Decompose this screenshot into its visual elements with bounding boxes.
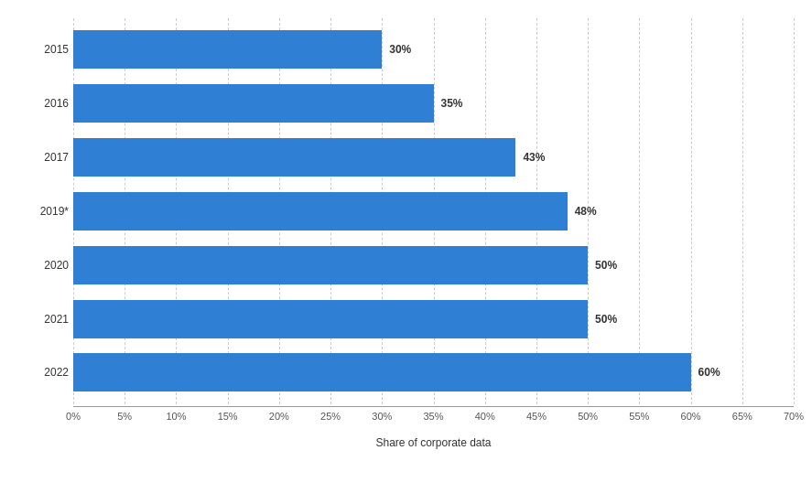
bar-row: 202260% bbox=[73, 349, 794, 397]
x-axis-label: 5% bbox=[117, 411, 132, 422]
bar-row: 201743% bbox=[73, 134, 794, 182]
chart-area: 201530%201635%201743%2019*48%202050%2021… bbox=[73, 18, 794, 449]
bar-year-label: 2020 bbox=[5, 259, 69, 272]
bar-value-label: 30% bbox=[389, 43, 411, 56]
bar-value-label: 60% bbox=[698, 366, 720, 379]
x-axis-label: 15% bbox=[218, 411, 238, 422]
bar-year-label: 2017 bbox=[5, 151, 69, 164]
bar-year-label: 2021 bbox=[5, 313, 69, 326]
x-axis-label: 70% bbox=[784, 411, 804, 422]
bar-fill: 50% bbox=[73, 300, 588, 338]
bar-row: 202150% bbox=[73, 295, 794, 343]
bar-year-label: 2016 bbox=[5, 97, 69, 110]
bar-fill: 60% bbox=[73, 353, 691, 391]
bar-fill: 35% bbox=[73, 84, 434, 123]
bar-row: 202050% bbox=[73, 241, 794, 289]
bar-value-label: 43% bbox=[523, 151, 545, 164]
grid-line bbox=[794, 18, 795, 404]
x-axis-label: 10% bbox=[166, 411, 186, 422]
bar-track: 30% bbox=[73, 30, 794, 69]
bar-fill: 43% bbox=[73, 138, 515, 177]
bar-fill: 30% bbox=[73, 30, 382, 69]
chart-container: 201530%201635%201743%2019*48%202050%2021… bbox=[0, 0, 812, 504]
x-axis-label: 40% bbox=[475, 411, 495, 422]
bar-fill: 48% bbox=[73, 192, 568, 231]
x-axis-line bbox=[73, 406, 794, 407]
x-axis: 0%5%10%15%20%25%30%35%40%45%50%55%60%65%… bbox=[73, 411, 794, 429]
bar-year-label: 2019* bbox=[5, 205, 69, 218]
bar-track: 50% bbox=[73, 246, 794, 284]
x-axis-label: 0% bbox=[66, 411, 81, 422]
bar-row: 201530% bbox=[73, 26, 794, 74]
bar-value-label: 50% bbox=[595, 259, 617, 272]
x-axis-label: 50% bbox=[578, 411, 598, 422]
x-axis-label: 25% bbox=[320, 411, 341, 422]
x-axis-label: 35% bbox=[423, 411, 443, 422]
bar-value-label: 50% bbox=[595, 313, 617, 326]
bar-fill: 50% bbox=[73, 246, 588, 284]
x-axis-label: 60% bbox=[681, 411, 701, 422]
x-axis-label: 20% bbox=[269, 411, 289, 422]
x-axis-label: 30% bbox=[372, 411, 392, 422]
bar-track: 48% bbox=[73, 192, 794, 231]
bar-year-label: 2022 bbox=[5, 366, 69, 379]
x-axis-label: 65% bbox=[732, 411, 752, 422]
bar-track: 50% bbox=[73, 300, 794, 338]
bar-track: 35% bbox=[73, 84, 794, 123]
bar-year-label: 2015 bbox=[5, 43, 69, 56]
x-axis-label: 45% bbox=[526, 411, 547, 422]
bar-track: 43% bbox=[73, 138, 794, 177]
bar-value-label: 48% bbox=[575, 205, 597, 218]
grid-and-bars: 201530%201635%201743%2019*48%202050%2021… bbox=[73, 18, 794, 404]
bars-container: 201530%201635%201743%2019*48%202050%2021… bbox=[73, 18, 794, 404]
x-axis-title: Share of corporate data bbox=[73, 436, 794, 449]
bar-row: 201635% bbox=[73, 80, 794, 128]
bar-track: 60% bbox=[73, 353, 794, 391]
bar-value-label: 35% bbox=[440, 97, 462, 110]
bar-row: 2019*48% bbox=[73, 188, 794, 236]
x-axis-label: 55% bbox=[629, 411, 649, 422]
